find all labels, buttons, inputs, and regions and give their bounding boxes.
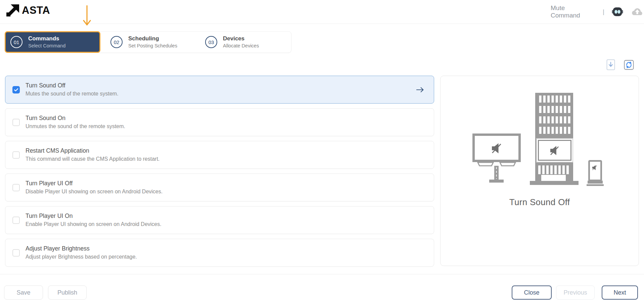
- command-name-label: Mute Command: [551, 4, 595, 19]
- command-title: Turn Player UI Off: [26, 181, 163, 187]
- command-preview-panel: Turn Sound Off: [440, 76, 639, 266]
- checkbox-unchecked[interactable]: [12, 217, 20, 224]
- close-button[interactable]: Close: [512, 285, 552, 300]
- footer-divider: [0, 274, 644, 274]
- header-right: Mute Command |: [551, 0, 644, 24]
- command-description: Enable Player UI showing on screen on An…: [26, 222, 162, 227]
- stepper-step-commands[interactable]: 01 Commands Select Command: [5, 31, 100, 53]
- annotation-down-arrow-icon: [83, 5, 91, 29]
- bot-icon[interactable]: [612, 7, 623, 17]
- command-description: Mutes the sound of the remote system.: [26, 91, 119, 97]
- step-number-badge: 01: [10, 36, 22, 48]
- logo-text: ASTA: [22, 4, 50, 16]
- step-title: Commands: [28, 36, 65, 41]
- command-item-adjust-player-brightness[interactable]: Adjust Player Brightness Adjust player B…: [5, 239, 434, 267]
- kiosk-totem-icon: [587, 161, 604, 186]
- command-list: Turn Sound Off Mutes the sound of the re…: [5, 76, 434, 267]
- command-description: Unmutes the sound of the remote system.: [26, 124, 125, 129]
- step-number-badge: 03: [205, 36, 217, 48]
- command-description: Adjust player Brightness based on percen…: [26, 254, 137, 260]
- command-item-turn-player-ui-off[interactable]: Turn Player UI Off Disable Player UI sho…: [5, 174, 434, 201]
- step-subtitle: Select Command: [28, 43, 65, 48]
- app-logo[interactable]: ASTA: [6, 4, 50, 17]
- next-button[interactable]: Next: [602, 285, 638, 300]
- command-item-turn-sound-off[interactable]: Turn Sound Off Mutes the sound of the re…: [5, 76, 434, 104]
- step-title: Devices: [223, 36, 259, 41]
- command-title: Adjust Player Brightness: [26, 246, 137, 252]
- command-description: Disable Player UI showing on screen on A…: [26, 189, 163, 194]
- step-number-badge: 02: [110, 36, 123, 48]
- command-title: Turn Sound Off: [26, 83, 119, 89]
- command-item-turn-player-ui-on[interactable]: Turn Player UI On Enable Player UI showi…: [5, 206, 434, 234]
- header-separator: |: [603, 8, 604, 15]
- command-title: Restart CMS Application: [26, 148, 159, 154]
- checkmark-icon: [13, 87, 19, 92]
- checkbox-unchecked[interactable]: [12, 119, 20, 126]
- preview-toolbar: [606, 59, 634, 70]
- checkbox-unchecked[interactable]: [12, 184, 20, 191]
- app-root: ASTA Mute Command |: [0, 0, 644, 306]
- step-subtitle: Set Posting Schedules: [128, 43, 177, 48]
- publish-button[interactable]: Publish: [48, 285, 87, 300]
- command-item-restart-cms-application[interactable]: Restart CMS Application This command wil…: [5, 141, 434, 169]
- billboard-icon: [474, 135, 520, 183]
- stepper: 01 Commands Select Command 02 Scheduling…: [5, 31, 291, 53]
- save-button[interactable]: Save: [4, 285, 43, 300]
- download-file-icon[interactable]: [606, 59, 615, 70]
- checkbox-checked[interactable]: [12, 86, 20, 93]
- signage-devices-illustration: [472, 93, 607, 187]
- stepper-step-scheduling[interactable]: 02 Scheduling Set Posting Schedules: [110, 32, 177, 52]
- checkbox-unchecked[interactable]: [12, 151, 20, 159]
- top-bar: ASTA Mute Command |: [0, 0, 644, 24]
- command-title: Turn Player UI On: [26, 213, 162, 219]
- command-description: This command will cause the CMS Applicat…: [26, 156, 159, 162]
- refresh-icon[interactable]: [624, 60, 634, 70]
- step-title: Scheduling: [128, 36, 177, 41]
- preview-caption: Turn Sound Off: [509, 197, 570, 207]
- stepper-step-devices[interactable]: 03 Devices Allocate Devices: [205, 32, 259, 52]
- logo-arrow-icon: [6, 4, 19, 17]
- checkbox-unchecked[interactable]: [12, 249, 20, 257]
- building-with-screen-icon: [530, 93, 579, 185]
- previous-button[interactable]: Previous: [556, 285, 595, 300]
- command-item-turn-sound-on[interactable]: Turn Sound On Unmutes the sound of the r…: [5, 108, 434, 136]
- cloud-upload-icon[interactable]: [631, 7, 644, 17]
- step-subtitle: Allocate Devices: [223, 43, 259, 48]
- arrow-right-icon: [416, 86, 424, 93]
- command-title: Turn Sound On: [26, 115, 125, 121]
